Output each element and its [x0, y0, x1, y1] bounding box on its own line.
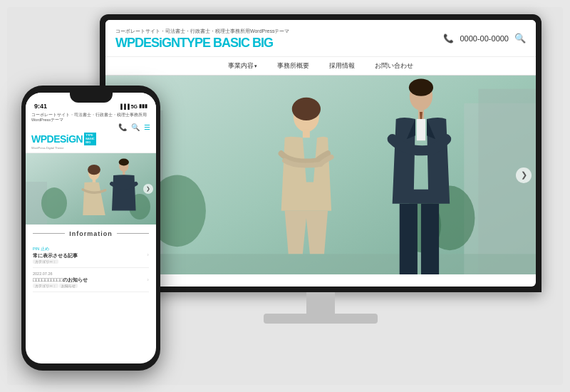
monitor-hero: ❮ ❯: [105, 76, 536, 274]
phone-header: コーポレートサイト・司法書士・行政書士・税理士事務所用WordPressテーマ …: [26, 111, 156, 153]
phone-icon: 📞: [443, 33, 454, 43]
svg-rect-8: [105, 254, 536, 274]
signal-icon: ▐▐▐: [119, 104, 130, 109]
svg-point-23: [88, 164, 100, 174]
monitor-base: [264, 314, 378, 324]
phone-post-pin-label: PIN 止め: [33, 247, 78, 252]
svg-rect-15: [417, 119, 425, 140]
phone-post-2-date: 2022.07.26: [33, 272, 88, 276]
nav-item-business[interactable]: 事業内容: [228, 61, 258, 71]
scene: コーポレートサイト・司法書士・行政書士・税理士事務所用WordPressテーマ …: [7, 7, 563, 385]
monitor: コーポレートサイト・司法書士・行政書士・税理士事務所用WordPressテーマ …: [100, 14, 542, 342]
phone-notch: [70, 93, 113, 103]
phone-logo-sub: WordPress Digital Theme: [31, 146, 150, 150]
monitor-screen: コーポレートサイト・司法書士・行政書士・税理士事務所用WordPressテーマ …: [105, 20, 536, 287]
svg-point-26: [119, 158, 129, 165]
phone-logo-text: WPDESiGN: [31, 134, 83, 144]
monitor-nav: 事業内容 事務所概要 採用情報 お問い合わせ: [105, 57, 536, 76]
phone-post-2-title: □□□□□□□□□□のお知らせ: [33, 277, 88, 284]
svg-rect-17: [421, 204, 439, 274]
svg-point-20: [41, 187, 67, 219]
phone-post-pinned[interactable]: PIN 止め 常に表示させる記事 カテゴリー： ›: [33, 243, 149, 268]
svg-point-10: [292, 98, 321, 120]
phone-header-icons: 📞 🔍 ☰: [31, 123, 150, 131]
phone-hero-next-button[interactable]: ❯: [143, 184, 153, 194]
svg-rect-24: [93, 178, 96, 182]
phone-header-tagline: コーポレートサイト・司法書士・行政書士・税理士事務所用WordPressテーマ: [31, 113, 150, 123]
phone-post-pinned-category: カテゴリー：: [33, 259, 78, 264]
phone-post-2-category: カテゴリー： お知らせ: [33, 284, 88, 288]
nav-item-recruitment[interactable]: 採用情報: [329, 61, 355, 71]
monitor-logo-text: WPDESiGN: [115, 36, 180, 49]
nav-item-contact[interactable]: お問い合わせ: [375, 61, 413, 71]
phone-post-2-content: 2022.07.26 □□□□□□□□□□のお知らせ カテゴリー： お知らせ: [33, 272, 88, 288]
phone-post-pinned-title: 常に表示させる記事: [33, 252, 78, 259]
hero-next-button[interactable]: ❯: [516, 167, 532, 183]
monitor-logo-badge: TYPE BASIC BIG: [180, 36, 273, 49]
phone-post-pinned-content: PIN 止め 常に表示させる記事 カテゴリー：: [33, 247, 78, 264]
phone-status-icons: ▐▐▐ 5G ▮▮▮: [119, 103, 147, 109]
phone-call-icon[interactable]: 📞: [118, 123, 127, 131]
svg-rect-11: [303, 129, 310, 138]
monitor-neck: [306, 292, 335, 314]
monitor-header-right: 📞 0000-00-0000 🔍: [443, 33, 526, 43]
monitor-header: コーポレートサイト・司法書士・行政書士・税理士事務所用WordPressテーマ …: [105, 20, 536, 57]
monitor-tagline: コーポレートサイト・司法書士・行政書士・税理士事務所用WordPressテーマ: [115, 28, 290, 35]
phone-time: 9:41: [34, 103, 47, 110]
phone-search-icon[interactable]: 🔍: [131, 123, 140, 131]
hero-background: [105, 76, 536, 274]
monitor-bezel: コーポレートサイト・司法書士・行政書士・税理士事務所用WordPressテーマ …: [100, 14, 542, 292]
phone: 9:41 ▐▐▐ 5G ▮▮▮ コーポレートサイト・司法書士・行政書士・税理士事…: [21, 86, 160, 371]
battery-icon: ▮▮▮: [139, 103, 147, 109]
svg-point-13: [409, 79, 433, 96]
phone-content: Information PIN 止め 常に表示させる記事 カテゴリー： ›: [26, 225, 156, 298]
phone-hero: ❯: [26, 153, 156, 225]
nav-item-office[interactable]: 事務所概要: [277, 61, 309, 71]
network-icon: 5G: [131, 104, 138, 109]
phone-outer: 9:41 ▐▐▐ 5G ▮▮▮ コーポレートサイト・司法書士・行政書士・税理士事…: [21, 86, 160, 371]
phone-post-2-arrow: ›: [147, 277, 149, 283]
phone-screen: 9:41 ▐▐▐ 5G ▮▮▮ コーポレートサイト・司法書士・行政書士・税理士事…: [26, 93, 156, 363]
phone-menu-icon[interactable]: ☰: [144, 123, 150, 131]
phone-post-pinned-arrow: ›: [147, 252, 149, 258]
search-icon[interactable]: 🔍: [514, 33, 526, 43]
phone-logo-badge: TYPE BASIC BIG: [84, 133, 95, 145]
phone-information-title: Information: [33, 230, 149, 237]
phone-post-item-2[interactable]: 2022.07.26 □□□□□□□□□□のお知らせ カテゴリー： お知らせ ›: [33, 268, 149, 292]
svg-rect-16: [400, 204, 418, 274]
svg-rect-27: [123, 171, 125, 175]
phone-logo-container: WPDESiGN TYPE BASIC BIG: [31, 133, 150, 145]
monitor-logo-area: コーポレートサイト・司法書士・行政書士・税理士事務所用WordPressテーマ …: [115, 28, 290, 49]
phone-number: 0000-00-0000: [460, 34, 509, 43]
